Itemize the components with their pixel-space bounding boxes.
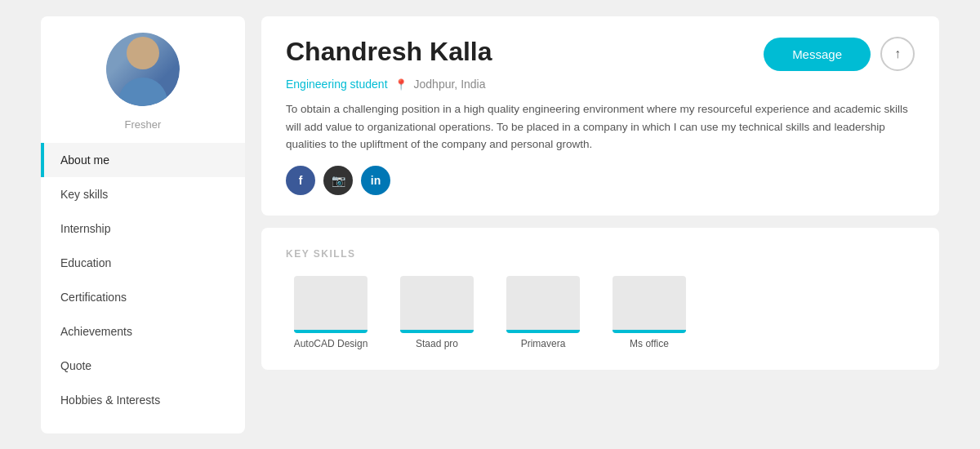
profile-actions: Message ↑ bbox=[764, 37, 915, 71]
profile-sidebar: Fresher bbox=[41, 16, 245, 143]
sidebar-item-certifications[interactable]: Certifications bbox=[41, 280, 245, 314]
skill-thumbnail-staad bbox=[400, 276, 474, 333]
linkedin-icon[interactable]: in bbox=[361, 166, 390, 195]
location-text: Jodhpur, India bbox=[414, 78, 486, 91]
skill-card-autocad: AutoCAD Design bbox=[286, 276, 376, 349]
skill-thumbnail-autocad bbox=[294, 276, 368, 333]
skill-name-msoffice: Ms office bbox=[630, 338, 669, 349]
sidebar: Fresher About me Key skills Internship E… bbox=[41, 16, 245, 433]
avatar-image bbox=[106, 33, 180, 106]
sidebar-item-achievements[interactable]: Achievements bbox=[41, 314, 245, 349]
sidebar-item-education[interactable]: Education bbox=[41, 246, 245, 280]
skill-name-primavera: Primavera bbox=[521, 338, 566, 349]
app-container: Fresher About me Key skills Internship E… bbox=[41, 16, 939, 433]
skill-thumbnail-msoffice bbox=[612, 276, 686, 333]
social-links: f 📷 in bbox=[286, 166, 915, 195]
share-button[interactable]: ↑ bbox=[880, 37, 915, 71]
profile-header: Chandresh Kalla Message ↑ Engineering st… bbox=[261, 16, 939, 216]
skill-card-primavera: Primavera bbox=[498, 276, 588, 349]
sidebar-item-hobbies[interactable]: Hobbies & Interests bbox=[41, 383, 245, 417]
avatar-body bbox=[118, 78, 167, 106]
avatar bbox=[106, 33, 180, 106]
message-button[interactable]: Message bbox=[764, 38, 871, 71]
skill-thumbnail-primavera bbox=[506, 276, 580, 333]
skills-section: KEY SKILLS AutoCAD Design Staad pro Prim… bbox=[261, 228, 939, 370]
facebook-icon[interactable]: f bbox=[286, 166, 315, 195]
sidebar-item-about-me[interactable]: About me bbox=[41, 143, 245, 177]
main-content: Chandresh Kalla Message ↑ Engineering st… bbox=[261, 16, 939, 433]
profile-name: Chandresh Kalla bbox=[286, 37, 492, 67]
fresher-badge: Fresher bbox=[125, 118, 162, 131]
share-icon: ↑ bbox=[894, 47, 901, 61]
skill-name-autocad: AutoCAD Design bbox=[294, 338, 368, 349]
skill-card-msoffice: Ms office bbox=[604, 276, 694, 349]
avatar-head bbox=[127, 37, 159, 69]
sidebar-item-key-skills[interactable]: Key skills bbox=[41, 177, 245, 211]
sidebar-item-quote[interactable]: Quote bbox=[41, 349, 245, 383]
skill-card-staad: Staad pro bbox=[392, 276, 482, 349]
profile-bio: To obtain a challenging position in a hi… bbox=[286, 100, 915, 153]
skills-grid: AutoCAD Design Staad pro Primavera Ms of… bbox=[286, 276, 915, 349]
role-text: Engineering student bbox=[286, 78, 388, 91]
profile-top: Chandresh Kalla Message ↑ bbox=[286, 37, 915, 71]
skills-title: KEY SKILLS bbox=[286, 248, 915, 260]
sidebar-nav: About me Key skills Internship Education… bbox=[41, 143, 245, 417]
sidebar-item-internship[interactable]: Internship bbox=[41, 211, 245, 246]
instagram-icon[interactable]: 📷 bbox=[323, 166, 353, 195]
name-block: Chandresh Kalla bbox=[286, 37, 492, 67]
location-pin-icon: 📍 bbox=[394, 78, 408, 91]
profile-role: Engineering student 📍 Jodhpur, India bbox=[286, 78, 915, 91]
skill-name-staad: Staad pro bbox=[416, 338, 458, 349]
